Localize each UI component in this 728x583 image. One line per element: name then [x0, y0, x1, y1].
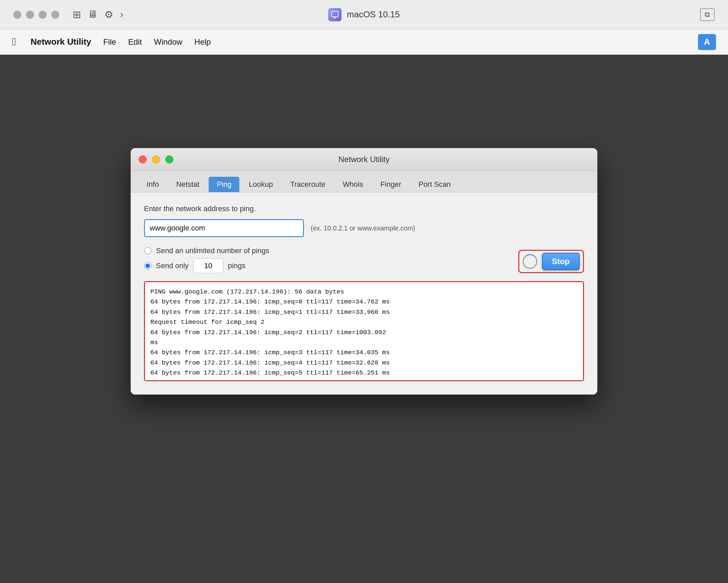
radio-unlimited-item: Send an unlimited number of pings — [144, 247, 269, 255]
panels-icon: ⊞ — [73, 9, 81, 20]
arrow-right-icon: › — [120, 9, 123, 20]
pings-label: pings — [228, 261, 246, 270]
address-input[interactable] — [144, 219, 304, 237]
menu-item-file[interactable]: File — [103, 37, 116, 47]
tab-netstat[interactable]: Netstat — [168, 177, 208, 192]
tab-port-scan[interactable]: Port Scan — [411, 177, 459, 192]
address-row: (ex. 10.0.2.1 or www.example.com) — [144, 219, 584, 237]
tab-finger[interactable]: Finger — [372, 177, 409, 192]
tab-bar: Info Netstat Ping Lookup Traceroute Whoi… — [131, 171, 597, 193]
radio-unlimited-label: Send an unlimited number of pings — [156, 247, 269, 255]
desktop: ⊞ 🖥 ⚙ › macOS 10.15 ⧉  Network Utility … — [0, 0, 728, 583]
tab-info[interactable]: Info — [139, 177, 167, 192]
traffic-lights — [139, 155, 173, 163]
window-controls — [13, 11, 59, 19]
window-title-text: Network Utility — [338, 155, 389, 164]
menu-item-edit[interactable]: Edit — [128, 37, 142, 47]
tab-lookup[interactable]: Lookup — [241, 177, 281, 192]
title-bar-right: ⧉ — [700, 8, 715, 21]
minimize-button[interactable] — [152, 155, 160, 163]
window-title-bar: Network Utility — [131, 148, 597, 171]
desktop-area: Network Utility Info Netstat Ping Lookup… — [0, 55, 728, 583]
window-resize-icon: ⧉ — [700, 8, 715, 21]
radio-send-only[interactable] — [144, 262, 151, 270]
os-version-label: macOS 10.15 — [347, 9, 400, 20]
title-bar-center: macOS 10.15 — [328, 8, 400, 21]
wrench-icon: ⚙ — [104, 9, 113, 20]
app-icon — [328, 8, 342, 21]
stop-button[interactable]: Stop — [542, 253, 580, 270]
title-bar-left: ⊞ 🖥 ⚙ › — [13, 9, 123, 20]
close-button-tb2 — [51, 11, 59, 19]
minimize-button-tb — [13, 11, 21, 19]
radio-group: Send an unlimited number of pings Send o… — [144, 247, 269, 273]
radio-send-only-label: Send only — [156, 261, 189, 270]
stop-button-container: Stop — [518, 250, 584, 273]
os-title-bar: ⊞ 🖥 ⚙ › macOS 10.15 ⧉ — [0, 0, 728, 29]
ping-output[interactable]: PING www.google.com (172.217.14.196): 56… — [144, 281, 584, 381]
loading-spinner — [523, 254, 537, 269]
tab-ping[interactable]: Ping — [209, 177, 239, 192]
svg-rect-0 — [332, 11, 338, 17]
tab-whois[interactable]: Whois — [335, 177, 371, 192]
menu-bar:  Network Utility File Edit Window Help … — [0, 29, 728, 55]
toolbar-icons: ⊞ 🖥 ⚙ › — [73, 9, 123, 20]
apple-menu[interactable]:  — [12, 36, 16, 48]
close-button-tb — [39, 11, 47, 19]
radio-send-only-item: Send only pings — [144, 258, 269, 273]
controls-row: Send an unlimited number of pings Send o… — [144, 247, 584, 273]
address-hint: (ex. 10.0.2.1 or www.example.com) — [311, 225, 415, 232]
tab-traceroute[interactable]: Traceroute — [282, 177, 334, 192]
maximize-button-tb — [26, 11, 34, 19]
window-content: Enter the network address to ping. (ex. … — [131, 193, 597, 395]
menu-item-window[interactable]: Window — [154, 37, 182, 47]
pings-count-input[interactable] — [193, 258, 223, 273]
radio-unlimited[interactable] — [144, 247, 151, 254]
maximize-button[interactable] — [165, 155, 173, 163]
menu-item-help[interactable]: Help — [194, 37, 211, 47]
network-utility-window: Network Utility Info Netstat Ping Lookup… — [131, 148, 597, 395]
app-name-menu: Network Utility — [31, 37, 91, 47]
monitor-icon: 🖥 — [88, 9, 98, 20]
ping-instruction: Enter the network address to ping. — [144, 204, 584, 213]
accessibility-icon: A — [698, 34, 716, 50]
close-button[interactable] — [139, 155, 147, 163]
